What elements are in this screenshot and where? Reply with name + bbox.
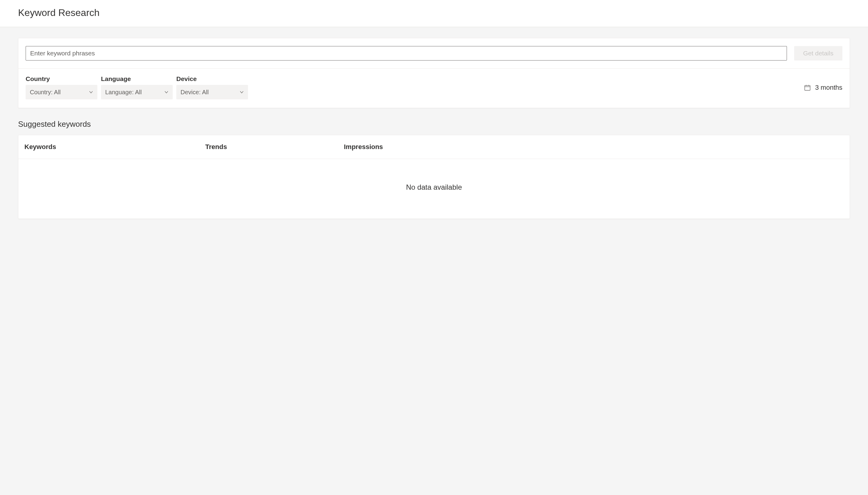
column-header-trends: Trends bbox=[205, 143, 344, 151]
device-dropdown-value: Device: All bbox=[181, 89, 209, 96]
empty-state-message: No data available bbox=[18, 159, 850, 219]
device-filter-label: Device bbox=[176, 75, 248, 83]
filters-section: Country Country: All Language Language: … bbox=[18, 69, 850, 108]
device-filter-group: Device Device: All bbox=[176, 75, 248, 99]
country-dropdown-value: Country: All bbox=[30, 89, 61, 96]
table-header-row: Keywords Trends Impressions bbox=[18, 135, 850, 159]
column-header-impressions: Impressions bbox=[344, 143, 844, 151]
page-content: Get details Country Country: All Languag… bbox=[0, 27, 868, 230]
chevron-down-icon bbox=[240, 90, 244, 94]
search-filters-card: Get details Country Country: All Languag… bbox=[18, 38, 850, 108]
calendar-icon bbox=[804, 84, 811, 91]
language-dropdown-value: Language: All bbox=[105, 89, 142, 96]
country-filter-label: Country bbox=[26, 75, 97, 83]
page-header: Keyword Research bbox=[0, 0, 868, 27]
chevron-down-icon bbox=[164, 90, 168, 94]
device-dropdown[interactable]: Device: All bbox=[176, 85, 248, 99]
country-filter-group: Country Country: All bbox=[26, 75, 97, 99]
column-header-keywords: Keywords bbox=[24, 143, 205, 151]
get-details-button[interactable]: Get details bbox=[794, 46, 842, 61]
suggested-keywords-title: Suggested keywords bbox=[18, 120, 850, 129]
date-range-selector[interactable]: 3 months bbox=[804, 75, 843, 91]
page-title: Keyword Research bbox=[18, 7, 850, 18]
chevron-down-icon bbox=[89, 90, 93, 94]
date-range-value: 3 months bbox=[815, 84, 843, 91]
results-card: Keywords Trends Impressions No data avai… bbox=[18, 135, 850, 219]
language-filter-group: Language Language: All bbox=[101, 75, 173, 99]
keyword-search-input[interactable] bbox=[26, 46, 787, 61]
country-dropdown[interactable]: Country: All bbox=[26, 85, 97, 99]
search-section: Get details bbox=[18, 38, 850, 69]
language-filter-label: Language bbox=[101, 75, 173, 83]
svg-rect-0 bbox=[805, 86, 810, 90]
language-dropdown[interactable]: Language: All bbox=[101, 85, 173, 99]
